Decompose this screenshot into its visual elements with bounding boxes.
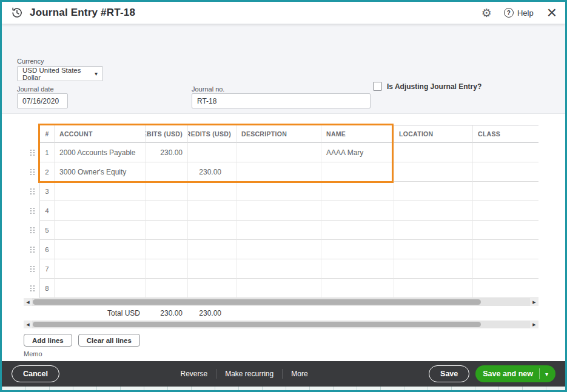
description-cell[interactable] (236, 201, 321, 221)
save-and-new-dropdown-arrow[interactable]: ▾ (540, 371, 548, 377)
adjusting-entry-checkbox[interactable] (373, 82, 382, 91)
account-cell[interactable]: 2000 Accounts Payable (54, 143, 145, 162)
location-cell[interactable] (394, 279, 472, 298)
name-cell[interactable] (321, 182, 394, 201)
col-header-credits: CREDITS (USD) (187, 125, 236, 143)
scrollbar-track[interactable] (32, 321, 530, 328)
class-cell[interactable] (472, 182, 538, 201)
description-cell[interactable] (236, 279, 321, 298)
currency-select[interactable]: USD United States Dollar ▾ (17, 66, 103, 81)
account-cell[interactable]: 3000 Owner's Equity (54, 162, 145, 182)
recent-transactions-icon[interactable] (10, 6, 24, 19)
location-cell[interactable] (394, 162, 472, 182)
drag-handle[interactable] (24, 201, 39, 221)
drag-handle[interactable] (24, 240, 39, 259)
class-cell[interactable] (472, 143, 538, 162)
scrollbar-thumb[interactable] (33, 322, 481, 327)
name-cell[interactable] (321, 201, 394, 221)
name-cell[interactable] (321, 279, 394, 298)
page-title: Journal Entry #RT-18 (30, 7, 135, 19)
row-num: 6 (39, 240, 54, 259)
scroll-left-arrow[interactable]: ◀ (24, 298, 32, 306)
location-cell[interactable] (394, 240, 472, 259)
close-icon[interactable]: × (547, 7, 557, 19)
name-cell[interactable] (321, 221, 394, 240)
class-cell[interactable] (472, 162, 538, 182)
description-cell[interactable] (236, 221, 321, 240)
journal-no-input[interactable] (192, 93, 371, 108)
debits-cell[interactable] (145, 279, 187, 298)
scroll-left-arrow[interactable]: ◀ (24, 321, 32, 328)
name-cell[interactable] (321, 162, 394, 182)
scrollbar-track[interactable] (32, 298, 530, 306)
save-and-new-button[interactable]: Save and new ▾ (475, 365, 555, 382)
account-cell[interactable] (54, 259, 145, 279)
scroll-right-arrow[interactable]: ▶ (530, 321, 538, 328)
cancel-button[interactable]: Cancel (12, 365, 59, 382)
location-cell[interactable] (394, 182, 472, 201)
name-cell[interactable] (321, 259, 394, 279)
description-cell[interactable] (236, 259, 321, 279)
gear-icon[interactable]: ⚙ (481, 7, 492, 19)
add-lines-button[interactable]: Add lines (24, 334, 72, 347)
total-debits: 230.00 (145, 306, 187, 321)
location-cell[interactable] (394, 221, 472, 240)
question-icon: ? (504, 8, 514, 18)
class-cell[interactable] (472, 221, 538, 240)
totals-row: Total USD 230.00 230.00 (24, 306, 538, 321)
account-cell[interactable] (54, 182, 145, 201)
class-cell[interactable] (472, 201, 538, 221)
debits-cell[interactable] (145, 182, 187, 201)
debits-cell[interactable] (145, 259, 187, 279)
account-cell[interactable] (54, 201, 145, 221)
drag-handle[interactable] (24, 143, 39, 162)
clear-all-lines-button[interactable]: Clear all lines (78, 334, 140, 347)
credits-cell[interactable] (187, 201, 236, 221)
drag-handle[interactable] (24, 221, 39, 240)
save-button[interactable]: Save (429, 365, 469, 382)
scroll-right-arrow[interactable]: ▶ (530, 298, 538, 306)
class-cell[interactable] (472, 259, 538, 279)
make-recurring-button[interactable]: Make recurring (225, 370, 273, 378)
description-cell[interactable] (236, 143, 321, 162)
drag-handle[interactable] (24, 162, 39, 182)
name-cell[interactable] (321, 240, 394, 259)
class-cell[interactable] (472, 240, 538, 259)
location-cell[interactable] (394, 201, 472, 221)
table-row: 8 (24, 279, 538, 298)
scrollbar-thumb[interactable] (33, 299, 481, 305)
debits-cell[interactable] (145, 240, 187, 259)
account-cell[interactable] (54, 279, 145, 298)
location-cell[interactable] (394, 259, 472, 279)
more-button[interactable]: More (291, 370, 307, 378)
credits-cell[interactable] (187, 221, 236, 240)
horizontal-scrollbar-top[interactable]: ◀ ▶ (24, 298, 538, 306)
drag-handle[interactable] (24, 279, 39, 298)
credits-cell[interactable] (187, 279, 236, 298)
location-cell[interactable] (394, 143, 472, 162)
debits-cell[interactable] (145, 221, 187, 240)
credits-cell[interactable] (187, 259, 236, 279)
drag-handle[interactable] (24, 182, 39, 201)
drag-handle[interactable] (24, 259, 39, 279)
account-cell[interactable] (54, 240, 145, 259)
debits-cell[interactable] (145, 201, 187, 221)
help-button[interactable]: ? Help (504, 8, 534, 18)
journal-lines-section: # ACCOUNT DEBITS (USD) CREDITS (USD) DES… (2, 114, 565, 361)
credits-cell[interactable] (187, 143, 236, 162)
adjusting-entry-checkbox-group[interactable]: Is Adjusting Journal Entry? (373, 82, 481, 91)
debits-cell[interactable]: 230.00 (145, 143, 187, 162)
credits-cell[interactable]: 230.00 (187, 162, 236, 182)
account-cell[interactable] (54, 221, 145, 240)
description-cell[interactable] (236, 162, 321, 182)
horizontal-scrollbar-bottom[interactable]: ◀ ▶ (24, 321, 538, 328)
reverse-button[interactable]: Reverse (181, 370, 208, 378)
credits-cell[interactable] (187, 240, 236, 259)
journal-date-input[interactable] (17, 93, 68, 108)
description-cell[interactable] (236, 182, 321, 201)
credits-cell[interactable] (187, 182, 236, 201)
debits-cell[interactable] (145, 162, 187, 182)
description-cell[interactable] (236, 240, 321, 259)
name-cell[interactable]: AAAA Mary (321, 143, 394, 162)
class-cell[interactable] (472, 279, 538, 298)
